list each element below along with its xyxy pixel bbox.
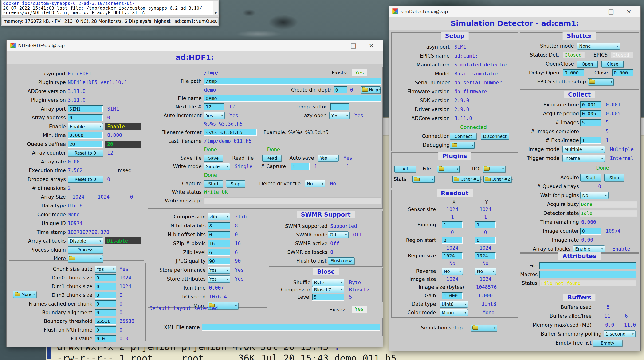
epics-shutter-setup-menu-button[interactable]: ▾ xyxy=(588,78,614,85)
jpeg-quality-input[interactable]: 90 xyxy=(208,258,230,265)
maximize-icon[interactable]: □ xyxy=(350,42,356,49)
shuffle-select[interactable]: Byte▾ xyxy=(312,279,344,286)
array-counter-reset-button[interactable]: Reset to 0 xyxy=(68,150,103,156)
next-file-input[interactable]: 12 xyxy=(204,103,224,110)
disconnect-button[interactable]: Disconnect xyxy=(481,133,509,140)
stats-plugin-menu-button[interactable]: ▾ xyxy=(412,176,434,183)
scroll-down-icon[interactable]: ▼ xyxy=(214,11,217,15)
array-port-input[interactable]: SIM1 xyxy=(68,105,103,112)
array-callbacks-select[interactable]: Enable▾ xyxy=(573,245,605,252)
region-start-y-input[interactable]: 0 xyxy=(475,237,496,244)
flush-on-n-th-frame-input[interactable]: 0 xyxy=(95,327,116,334)
reverse-y-select[interactable]: No▾ xyxy=(475,268,496,275)
attributes-file-input[interactable] xyxy=(540,262,636,269)
close-icon[interactable]: × xyxy=(368,42,374,49)
region-size-x-input[interactable]: 1024 xyxy=(442,252,463,259)
delay-open-input[interactable]: 0.000 xyxy=(563,69,584,76)
boundary-alignment-input[interactable]: 0 xyxy=(95,309,116,316)
close-icon[interactable]: × xyxy=(626,8,632,14)
dim1-chunk-size-input[interactable]: 0 xyxy=(95,283,116,290)
images-input[interactable]: 5 xyxy=(580,119,601,126)
shutter-mode-select[interactable]: None▾ xyxy=(577,42,620,49)
buffer-memory-polling-select[interactable]: 1 second▾ xyxy=(604,331,636,338)
help-menu-button[interactable]: Help▾ xyxy=(361,86,380,93)
file-name-input[interactable]: demo xyxy=(204,95,382,102)
auto-increment-select[interactable]: Yes▾ xyxy=(204,112,225,119)
store-performance-select[interactable]: Yes▾ xyxy=(208,267,230,274)
binning-x-input[interactable]: 1 xyxy=(442,221,463,228)
minimize-icon[interactable]: – xyxy=(592,8,596,14)
window-titlebar[interactable]: NDFileHDF5.ui@zap – □ × xyxy=(6,40,383,51)
connect-button[interactable]: Connect xyxy=(450,133,476,140)
wait-for-plugins-select[interactable]: No▾ xyxy=(580,192,608,199)
capture-stop-button[interactable]: Stop xyxy=(226,180,245,187)
save-button[interactable]: Save xyxy=(204,155,223,162)
fill-value-input[interactable]: 0.0 xyxy=(95,335,116,342)
temp-suffix-input[interactable] xyxy=(330,103,350,110)
gain-input[interactable]: 1.000 xyxy=(442,292,463,299)
dropped-arrays-reset-button[interactable]: Reset to 0 xyxy=(68,176,103,183)
dim0-chunk-size-input[interactable]: 0 xyxy=(95,274,116,281)
write-mode-select[interactable]: Single▾ xyxy=(204,163,230,170)
file-plugin-menu-button[interactable]: ▾ xyxy=(437,166,460,172)
szip-pixels-input[interactable]: 16 xyxy=(208,240,230,247)
region-start-x-input[interactable]: 0 xyxy=(442,237,463,244)
file-path-input[interactable]: /tmp xyxy=(204,78,382,85)
image-mode-select[interactable]: Multiple▾ xyxy=(562,146,605,153)
log-scrollbar[interactable]: ▼ xyxy=(213,1,218,15)
boundary-threshold-input[interactable]: 65536 xyxy=(95,318,116,325)
acquire-period-input[interactable]: 0.005 xyxy=(580,110,601,117)
window-titlebar[interactable]: simDetector.ui@zap – □ × xyxy=(389,6,640,17)
read-button[interactable]: Read xyxy=(262,155,281,162)
color-mode-select[interactable]: Mono▾ xyxy=(440,309,468,316)
exp-image-input[interactable]: 1 xyxy=(580,137,601,144)
debugging-menu-button[interactable]: ▾ xyxy=(450,142,474,149)
other1-plugin-menu-button[interactable]: Other #1▾ xyxy=(452,176,480,183)
num-capture-input[interactable]: 1 xyxy=(291,163,310,170)
maximize-icon[interactable]: □ xyxy=(608,8,614,14)
array-address-input[interactable]: 0 xyxy=(68,114,103,121)
filename-format-input[interactable]: %s%s_%3.3d.h5 xyxy=(204,129,257,136)
process-button[interactable]: Process xyxy=(68,246,103,253)
swmr-mode-select[interactable]: Off▾ xyxy=(328,231,348,238)
array-callbacks-select[interactable]: Disable▾ xyxy=(68,237,103,245)
region-size-y-input[interactable]: 1024 xyxy=(475,252,496,259)
compression-select[interactable]: zlib▾ xyxy=(208,213,230,220)
n-bit-data-bits-input[interactable]: 8 xyxy=(208,222,230,229)
auto-save-select[interactable]: Yes▾ xyxy=(318,155,339,162)
n-bit-offset-bits-input[interactable]: 0 xyxy=(208,231,230,238)
shutter-close-button[interactable]: Close xyxy=(602,61,624,67)
empty-button[interactable]: Empty xyxy=(593,340,622,346)
binning-y-input[interactable]: 1 xyxy=(475,221,496,228)
shutter-open-button[interactable]: Open xyxy=(577,61,598,67)
all-button[interactable]: All xyxy=(394,166,416,172)
plugin-more-menu-button[interactable]: ▾ xyxy=(68,255,103,262)
zlib-level-input[interactable]: 6 xyxy=(208,249,230,256)
flush-now-button[interactable]: Flush now xyxy=(328,257,354,264)
min-time-input[interactable]: 0.000 xyxy=(68,132,103,139)
compressor-select[interactable]: BloscLZ▾ xyxy=(312,286,344,293)
simulation-setup-menu-button[interactable]: ▾ xyxy=(471,325,497,331)
create-dir-depth-input[interactable]: 0 xyxy=(334,86,347,93)
queue-size-free-input[interactable]: 20 xyxy=(68,141,103,148)
data-type-select[interactable]: UInt8▾ xyxy=(440,301,468,308)
roi-plugin-menu-button[interactable]: ▾ xyxy=(482,166,505,172)
trigger-mode-select[interactable]: Internal▾ xyxy=(562,155,605,162)
chunk-more-menu-button[interactable]: More▾ xyxy=(13,291,36,298)
delay-close-input[interactable]: 0.000 xyxy=(612,69,633,76)
acquire-start-button[interactable]: Start xyxy=(580,174,601,181)
image-counter-input[interactable]: 0 xyxy=(580,228,601,235)
level-input[interactable]: 5 xyxy=(312,294,344,301)
reverse-x-select[interactable]: No▾ xyxy=(442,268,463,275)
store-attributes-select[interactable]: Yes▾ xyxy=(208,276,230,283)
attributes-macros-input[interactable] xyxy=(540,271,636,278)
capture-start-button[interactable]: Start xyxy=(204,180,223,187)
delete-driver-file-select[interactable]: No▾ xyxy=(305,180,325,187)
enable-select[interactable]: Enable▾ xyxy=(68,123,103,130)
lazy-open-select[interactable]: Yes▾ xyxy=(329,112,350,119)
dim2-chunk-size-input[interactable]: 0 xyxy=(95,292,116,299)
acquire-stop-button[interactable]: Stop xyxy=(604,174,624,181)
exposure-time-input[interactable]: 0.001 xyxy=(580,101,601,108)
minimize-icon[interactable]: – xyxy=(335,42,338,49)
other2-plugin-menu-button[interactable]: Other #2▾ xyxy=(484,176,511,183)
